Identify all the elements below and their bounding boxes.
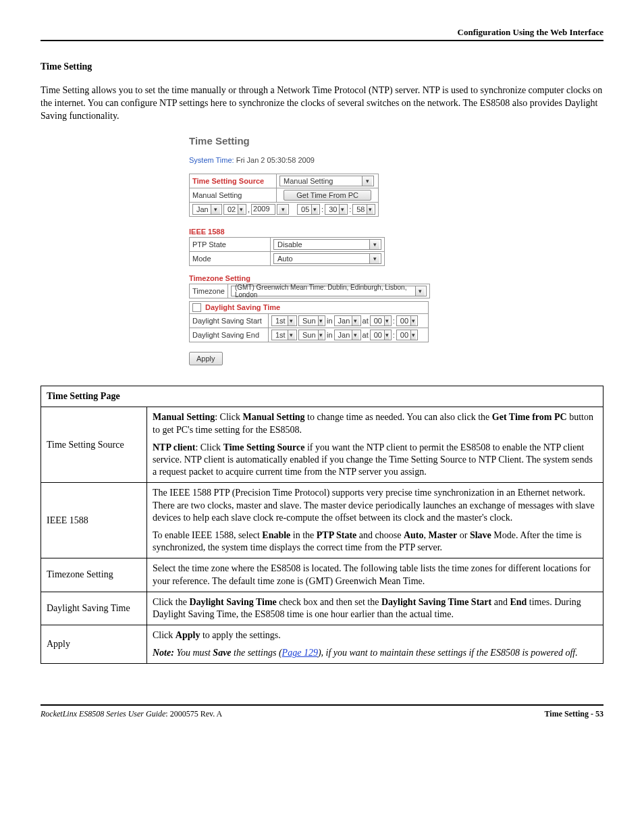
time-setting-page-table: Time Setting Page Time Setting Source Ma… (41, 386, 603, 664)
sc-dst-month[interactable]: Jan▾ (334, 315, 361, 326)
sc-systime-label: System Time: (189, 156, 234, 164)
chevron-down-icon: ▾ (352, 330, 358, 340)
chevron-down-icon: ▾ (415, 286, 425, 296)
table-title: Time Setting Page (41, 386, 603, 407)
sc-dst-day2[interactable]: Sun▾ (298, 330, 325, 340)
chevron-down-icon: ▾ (410, 316, 416, 325)
row-content: The IEEE 1588 PTP (Precision Time Protoc… (147, 483, 603, 558)
table-row: Time Setting Source Manual Setting: Clic… (41, 407, 603, 483)
chevron-down-icon: ▾ (311, 205, 318, 214)
sc-dst-day[interactable]: Sun▾ (298, 315, 325, 326)
row-label: Time Setting Source (41, 407, 147, 483)
footer-right: Time Setting - 53 (545, 709, 603, 719)
sc-dst-month2[interactable]: Jan▾ (334, 330, 361, 340)
sc-ptp-select[interactable]: Disable▾ (273, 239, 381, 250)
sc-dst-hh[interactable]: 00▾ (370, 315, 392, 326)
row-label: Apply (41, 625, 147, 664)
sc-year-input[interactable]: 2009 (251, 204, 275, 215)
sc-ieee-heading: IEEE 1588 (189, 228, 479, 236)
chevron-down-icon: ▾ (288, 316, 295, 325)
sc-source-table: Time Setting Source Manual Setting▾ Manu… (189, 174, 379, 217)
row-content: Click the Daylight Saving Time check box… (147, 592, 603, 625)
sc-mode-label: Mode (190, 251, 271, 265)
sc-tz-select[interactable]: (GMT) Greenwich Mean Time: Dublin, Edinb… (231, 286, 427, 296)
chevron-down-icon: ▾ (279, 205, 287, 214)
chevron-down-icon: ▾ (238, 205, 244, 214)
row-content: Select the time zone where the ES8508 is… (147, 558, 603, 592)
row-content: Manual Setting: Click Manual Setting to … (147, 407, 603, 483)
sc-dst-nth[interactable]: 1st▾ (271, 315, 297, 326)
sc-dst-mm[interactable]: 00▾ (396, 315, 418, 326)
sc-hour-select[interactable]: 05▾ (297, 204, 320, 215)
row-content: Click Apply to apply the settings. Note:… (147, 625, 603, 664)
sc-manual-label: Manual Setting (190, 188, 277, 202)
sc-dst-start-row: 1st▾ Sun▾ in Jan▾ at 00▾ : 00▾ (271, 315, 418, 326)
sc-sec-select[interactable]: 58▾ (352, 204, 375, 215)
row-label: IEEE 1588 (41, 483, 147, 558)
sc-tz-heading: Timezone Setting (189, 274, 479, 282)
footer-left: RocketLinx ES8508 Series User Guide: 200… (41, 709, 222, 719)
chevron-down-icon: ▾ (367, 205, 373, 214)
page-header: Configuration Using the Web Interface (41, 27, 603, 41)
chevron-down-icon: ▾ (318, 316, 323, 325)
table-row: IEEE 1588 The IEEE 1588 PTP (Precision T… (41, 483, 603, 558)
chevron-down-icon: ▾ (410, 330, 416, 340)
page-footer: RocketLinx ES8508 Series User Guide: 200… (41, 704, 603, 719)
chevron-down-icon: ▾ (384, 330, 390, 340)
sc-dst-hh2[interactable]: 00▾ (370, 330, 392, 340)
sc-dst-mm2[interactable]: 00▾ (396, 330, 418, 340)
sc-dst-nth2[interactable]: 1st▾ (271, 330, 297, 340)
chevron-down-icon: ▾ (384, 316, 390, 325)
row-label: Timezone Setting (41, 558, 147, 592)
page-link[interactable]: Page 129 (282, 648, 318, 658)
chevron-down-icon: ▾ (362, 176, 372, 186)
table-row: Apply Click Apply to apply the settings.… (41, 625, 603, 664)
sc-ieee-table: PTP State Disable▾ Mode Auto▾ (189, 237, 385, 266)
sc-min-select[interactable]: 30▾ (325, 204, 348, 215)
header-right: Configuration Using the Web Interface (458, 27, 603, 37)
sc-tz-label: Timezone (190, 284, 228, 298)
sc-dst-checkbox[interactable] (192, 303, 201, 312)
chevron-down-icon: ▾ (339, 205, 346, 214)
chevron-down-icon: ▾ (352, 316, 358, 325)
sc-source-select[interactable]: Manual Setting▾ (279, 176, 374, 186)
sc-ptp-label: PTP State (190, 237, 271, 251)
chevron-down-icon: ▾ (369, 254, 379, 263)
intro-paragraph: Time Setting allows you to set the time … (41, 84, 603, 123)
sc-mode-select[interactable]: Auto▾ (273, 253, 381, 264)
sc-date-row: Jan▾ 02▾ , 2009 ▾ 05▾ : 30▾ : 58▾ (192, 204, 375, 215)
sc-system-time: System Time: Fri Jan 2 05:30:58 2009 (189, 156, 479, 164)
table-row: Timezone Setting Select the time zone wh… (41, 558, 603, 592)
section-heading: Time Setting (41, 61, 603, 72)
sc-dst-end-label: Daylight Saving End (190, 328, 269, 342)
sc-dst-start-label: Daylight Saving Start (190, 314, 269, 328)
sc-dst-end-row: 1st▾ Sun▾ in Jan▾ at 00▾ : 00▾ (271, 330, 418, 340)
sc-tz-table: Timezone (GMT) Greenwich Mean Time: Dubl… (189, 284, 430, 298)
chevron-down-icon: ▾ (369, 240, 379, 249)
sc-month-select[interactable]: Jan▾ (192, 204, 222, 215)
embedded-screenshot: Time Setting System Time: Fri Jan 2 05:3… (189, 135, 479, 366)
sc-get-time-button[interactable]: Get Time From PC (284, 190, 371, 201)
sc-source-label: Time Setting Source (192, 177, 264, 185)
sc-apply-button[interactable]: Apply (189, 352, 223, 365)
table-row: Daylight Saving Time Click the Daylight … (41, 592, 603, 625)
chevron-down-icon: ▾ (318, 330, 323, 340)
row-label: Daylight Saving Time (41, 592, 147, 625)
sc-title: Time Setting (189, 135, 479, 147)
sc-dst-heading: Daylight Saving Time (205, 303, 280, 311)
chevron-down-icon: ▾ (288, 330, 295, 340)
sc-day-select[interactable]: 02▾ (223, 204, 246, 215)
chevron-down-icon: ▾ (211, 205, 220, 214)
sc-year-arrow[interactable]: ▾ (277, 204, 289, 215)
sc-dst-table: Daylight Saving Time Daylight Saving Sta… (189, 301, 429, 343)
sc-systime-value: Fri Jan 2 05:30:58 2009 (236, 156, 315, 164)
